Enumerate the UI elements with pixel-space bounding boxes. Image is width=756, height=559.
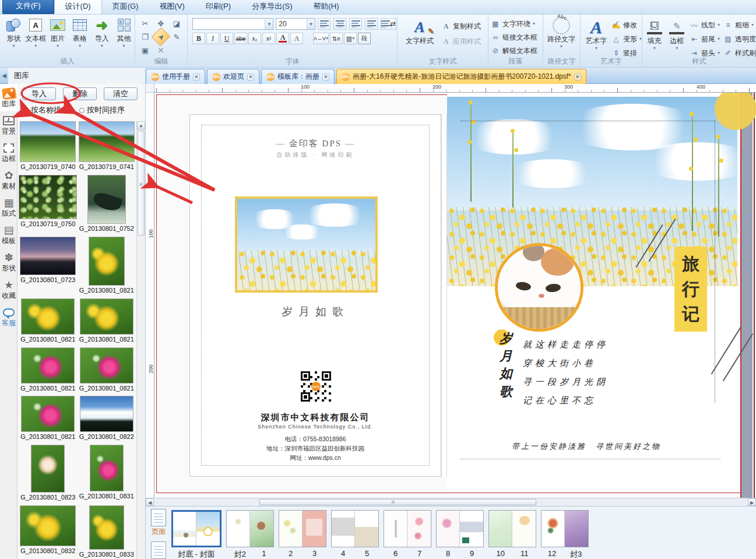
insert-table-button[interactable]: 表格▾ [69, 16, 90, 48]
page-spread-6-7[interactable]: 67 [384, 510, 431, 559]
path-text-button[interactable]: 路径文字 ▾ [544, 17, 579, 49]
library-photo[interactable]: G_20130719_0750 [19, 175, 78, 233]
font-color-button[interactable]: A [276, 33, 289, 44]
document-tab-3[interactable]: DPS画册-大16开硬壳精装-旅游日记游记旅游摄影画册书200720-1021.… [336, 69, 586, 84]
page-spread-4-5[interactable]: 45 [331, 510, 379, 559]
border-button[interactable]: ✎ 边框 ▾ [667, 19, 685, 59]
document-tab-0[interactable]: DPS使用手册✕ [146, 69, 205, 84]
italic-button[interactable]: I [206, 33, 219, 44]
link-textbox-button[interactable]: ∞链接文本框 [491, 31, 543, 43]
scrollbar-thumb[interactable] [259, 499, 536, 505]
library-photo[interactable]: G_20130801_0823 [19, 445, 78, 502]
superscript-button[interactable]: x² [262, 33, 275, 44]
close-icon[interactable]: ✕ [193, 73, 200, 80]
paragraph-settings-button[interactable]: 段 [358, 33, 371, 44]
sidebar-item-图库[interactable]: 图库 [0, 84, 17, 111]
sort-by-time-option[interactable]: 按时间排序 [79, 105, 125, 115]
strikethrough-button[interactable]: abe [234, 33, 247, 44]
qr-code[interactable]: DPS [301, 371, 331, 402]
underline-button[interactable]: U [220, 33, 233, 44]
align-center-button[interactable] [333, 18, 346, 30]
sidebar-item-形状[interactable]: ✽形状 [0, 248, 17, 276]
arrow-tail-button[interactable]: ⇤箭尾▾ [690, 33, 720, 45]
align-distribute-button[interactable]: ⇄ [381, 18, 396, 30]
line-type-button[interactable]: 〰线型▾ [690, 19, 720, 31]
apply-style-button[interactable]: A应用样式 [441, 36, 481, 47]
insert-other-button[interactable]: 5其他▾ [113, 16, 135, 48]
chevron-down-icon[interactable]: ▼ [265, 19, 273, 29]
bold-button[interactable]: B [192, 33, 205, 44]
library-photo[interactable]: G_20130801_0723 [19, 237, 78, 295]
menu-item-4[interactable]: 印刷(P) [195, 0, 241, 14]
text-wrap-button[interactable]: ▩文字环绕▾ [491, 18, 543, 30]
format-brush-icon[interactable]: ✎ [170, 30, 184, 43]
library-photo[interactable]: G_20130801_0821 [19, 298, 78, 344]
insert-import-button[interactable]: ➜导入▾ [91, 16, 112, 48]
library-photo[interactable]: G_20130801_0831 [78, 445, 136, 502]
sidebar-item-收藏[interactable]: ★收藏 [0, 276, 17, 303]
wordart-modify-button[interactable]: ✍修改 [611, 19, 642, 31]
book-title-banner[interactable]: 旅行记 [674, 247, 707, 332]
page-spread-8-9[interactable]: 89 [436, 510, 484, 559]
insert-picture-button[interactable]: 图片▾ [47, 16, 69, 48]
library-photo[interactable]: G_20130801_0821 [78, 298, 136, 344]
clear-button[interactable]: 清空 [104, 87, 138, 100]
poem-text[interactable]: 就这样走走停停穿梭大街小巷寻一段岁月光阴记在心里不忘 [523, 335, 609, 410]
menu-item-file[interactable]: 文件(F) [2, 0, 54, 14]
sidebar-item-边框[interactable]: 边框 [0, 139, 17, 166]
copy-style-button[interactable]: A复制样式 [441, 20, 481, 32]
page-back-cover[interactable]: — 金印客 DPS — 自助排版 · 网络印刷 岁月如歌 DPS 深圳市中文科技… [189, 114, 441, 477]
scroll-left-icon[interactable]: ◀ [146, 498, 154, 506]
document-tab-2[interactable]: DPS模板库：画册✕ [261, 69, 335, 84]
library-photo[interactable]: G_20130801_0821 [19, 396, 78, 441]
font-size-select[interactable]: 20▼ [276, 18, 315, 30]
chevron-down-icon[interactable]: ▼ [307, 19, 315, 29]
delete-button[interactable]: 删除 [63, 87, 97, 100]
bottom-quote[interactable]: 带上一份安静淡雅 寻世间美好之物 [447, 441, 726, 452]
back-cover-photo[interactable] [235, 196, 378, 293]
sidebar-item-模板[interactable]: ▤模板 [0, 221, 17, 248]
menu-item-6[interactable]: 帮助(H) [303, 0, 349, 14]
crop-tool-icon[interactable]: ◪ [170, 17, 184, 30]
scroll-right-icon[interactable]: ▶ [748, 498, 756, 506]
sun-circle-decoration[interactable] [715, 93, 756, 130]
library-photo[interactable]: G_20130801_0821 [78, 347, 136, 393]
library-photo[interactable]: G_20130801_0821 [19, 347, 78, 393]
close-icon[interactable]: ✕ [247, 73, 254, 80]
align-right-button[interactable] [349, 18, 362, 30]
library-photo[interactable]: G_20130801_0832 [19, 505, 78, 559]
company-phone[interactable]: 电话：0755-83018986 [190, 435, 441, 444]
page-spread-12-封3[interactable]: 12封3 [541, 510, 589, 559]
align-justify-button[interactable] [365, 18, 378, 30]
page-spread-2-3[interactable]: 23 [279, 510, 326, 559]
brand-slogan[interactable]: 自助排版 · 网络印刷 [190, 151, 441, 159]
menu-item-2[interactable]: 页面(G) [102, 0, 149, 14]
library-photo[interactable]: G_20130801_0822 [78, 396, 136, 441]
scrollbar-thumb[interactable] [138, 131, 145, 235]
sidebar-item-版式[interactable]: ▦版式 [0, 194, 17, 221]
library-photo[interactable]: G_20130801_0833 [78, 505, 136, 559]
menu-item-5[interactable]: 分享导出(S) [241, 0, 303, 14]
company-name-en[interactable]: Shenzhen Chinese Technology Co., Ltd. [190, 424, 441, 430]
close-icon[interactable]: ✕ [574, 73, 581, 80]
wordart-transform-button[interactable]: △变形▾ [611, 33, 642, 45]
char-border-button[interactable]: A [290, 33, 303, 44]
company-website[interactable]: 网址：www.dps.cn [190, 454, 441, 462]
page-spread-封2-1[interactable]: 封21 [226, 510, 274, 559]
font-family-select[interactable]: ▼ [192, 18, 273, 30]
library-scrollbar[interactable]: ▲ [136, 121, 145, 559]
wordart-button[interactable]: A 艺术字 ▾ [583, 19, 609, 59]
brand-logo-text[interactable]: — 金印客 DPS — [190, 138, 441, 149]
panel-collapse-button[interactable]: ◀ [0, 69, 8, 82]
company-address[interactable]: 地址：深圳市福田区益田创新科技园 [190, 445, 441, 453]
subscript-button[interactable]: x₂ [248, 33, 261, 44]
opacity-button[interactable]: ▨透明度 [723, 33, 756, 45]
library-photo[interactable]: G_20130801_0821 [78, 237, 136, 295]
sort-by-name-option[interactable]: 按名称排序 [23, 105, 69, 115]
line-spacing-button[interactable]: ⇅≡ [330, 33, 343, 44]
sidebar-item-客服[interactable]: 客服 [0, 303, 17, 331]
sidebar-item-背景[interactable]: 背景 [0, 111, 17, 139]
library-photo[interactable]: G_20130719_0740 [19, 121, 78, 171]
text-style-button[interactable]: A✎ 文字样式 [403, 19, 437, 47]
scroll-up-icon[interactable]: ▲ [137, 121, 145, 129]
